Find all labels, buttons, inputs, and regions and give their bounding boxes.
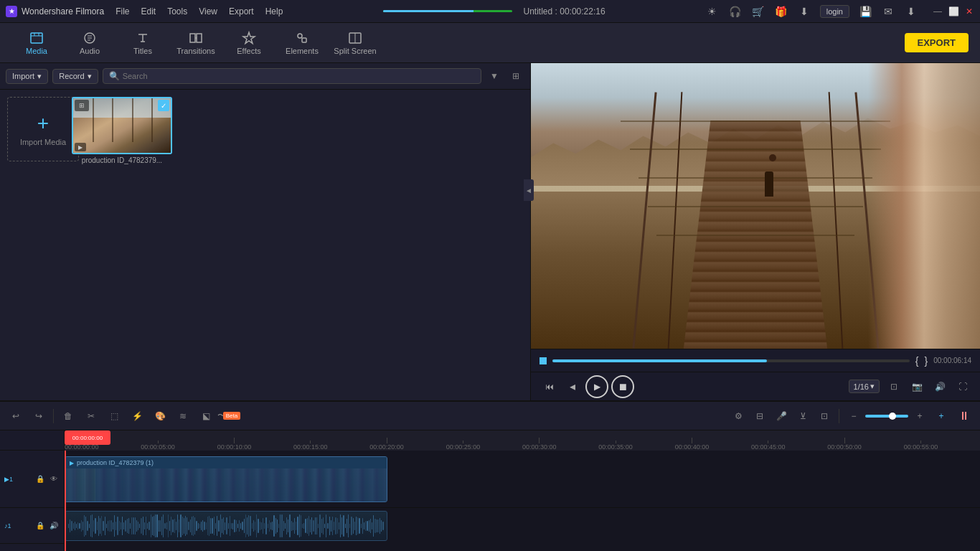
close-button[interactable]: ✕ [964, 6, 974, 17]
audio-clip[interactable] [65, 511, 387, 541]
save-icon[interactable]: 💾 [858, 4, 872, 19]
waveform-bar [89, 524, 90, 527]
message-icon[interactable]: ✉ [881, 4, 895, 19]
expand-preview-icon[interactable]: ⛶ [954, 378, 971, 395]
collapse-arrow[interactable]: ◄ [524, 179, 534, 201]
menu-view[interactable]: View [199, 6, 217, 17]
search-input[interactable] [123, 72, 475, 80]
import-media-button[interactable]: + Import Media [7, 97, 79, 161]
waveform-bar [226, 517, 227, 534]
audio-duck-icon[interactable]: ⊻ [794, 408, 811, 425]
waveform-bar [324, 524, 325, 528]
progress-fill [552, 359, 767, 362]
toolbar-titles[interactable]: Titles [118, 26, 168, 60]
add-track-button[interactable]: + [933, 408, 950, 425]
timeline-scrubber[interactable] [552, 359, 910, 362]
waveform-bar [159, 520, 159, 532]
track-lock-icon[interactable]: 🔒 [34, 474, 46, 485]
waveform-bar [130, 523, 131, 529]
audio-track-eye-icon[interactable]: 🔊 [48, 520, 60, 532]
waveform-bar [236, 520, 237, 531]
timeline-right-controls: ⚙ ⊟ 🎤 ⊻ ⊡ − + + ⏸ [730, 406, 974, 426]
transform-button[interactable]: ⬕ [196, 406, 216, 426]
menu-file[interactable]: File [116, 6, 129, 17]
zoom-slider[interactable] [865, 415, 908, 418]
step-back-button[interactable]: ⏮ [540, 377, 560, 397]
download-icon[interactable]: ⬇ [797, 4, 811, 19]
frame-back-button[interactable]: ◂ [562, 377, 583, 397]
maximize-button[interactable]: ⬜ [948, 6, 958, 17]
filter-icon[interactable]: ▼ [486, 67, 503, 85]
cut-button[interactable]: ✂ [81, 406, 101, 426]
delete-button[interactable]: 🗑 [58, 406, 78, 426]
redo-button[interactable]: ↪ [29, 406, 49, 426]
toolbar-split-screen[interactable]: Split Screen [330, 26, 380, 60]
login-button[interactable]: login [820, 5, 849, 18]
toolbar-audio[interactable]: Audio [65, 26, 115, 60]
waveform-bar [106, 524, 107, 528]
progress-handle[interactable] [540, 357, 547, 364]
ruler-mark: 00:00:20:00 [369, 438, 404, 451]
record-dropdown[interactable]: Record ▾ [52, 69, 98, 84]
fullscreen-preview-icon[interactable]: ⊡ [885, 378, 903, 395]
toolbar-transitions[interactable]: Transitions [171, 26, 221, 60]
snap-settings-icon[interactable]: ⚙ [730, 408, 747, 425]
snap-icon[interactable]: ⊟ [751, 408, 768, 425]
headphone-icon[interactable]: 🎧 [728, 4, 743, 19]
cart-icon[interactable]: 🛒 [751, 4, 765, 19]
waveform-bar [335, 517, 336, 534]
track-eye-icon[interactable]: 👁 [48, 474, 60, 485]
color-button[interactable]: 🎨 [150, 406, 170, 426]
mic-icon[interactable]: 🎤 [773, 408, 790, 425]
menu-edit[interactable]: Edit [141, 6, 156, 17]
stop-button[interactable]: ⏹ [611, 375, 634, 398]
minimize-button[interactable]: — [933, 6, 943, 17]
waveform-bar [264, 523, 265, 529]
grid-view-icon[interactable]: ⊞ [507, 67, 524, 85]
speed-button[interactable]: ⚡ [127, 406, 147, 426]
waveform-bar [329, 517, 330, 534]
toolbar-elements[interactable]: Elements [277, 26, 327, 60]
import-dropdown[interactable]: Import ▾ [6, 69, 48, 84]
waveform-bar [220, 514, 221, 537]
quality-selector[interactable]: 1/16 ▾ [849, 380, 880, 393]
waveform-bar [151, 514, 151, 537]
waveform-bar [316, 517, 317, 535]
download2-icon[interactable]: ⬇ [904, 4, 918, 19]
screenshot-icon[interactable]: 📷 [908, 378, 925, 395]
menu-help[interactable]: Help [265, 6, 283, 17]
menu-export[interactable]: Export [229, 6, 254, 17]
undo-button[interactable]: ↩ [6, 406, 26, 426]
video-clip[interactable]: ▶ production ID_4782379 (1) [65, 456, 387, 502]
ai-tools-button[interactable]: 〜 Beta [219, 406, 239, 426]
menu-tools[interactable]: Tools [167, 6, 187, 17]
svg-rect-0 [31, 33, 42, 43]
waveform-bar [75, 522, 75, 531]
pause-timeline-button[interactable]: ⏸ [954, 406, 974, 426]
waveform-bar [364, 522, 364, 529]
waveform-bar [247, 517, 248, 534]
gift-icon[interactable]: 🎁 [774, 4, 788, 19]
toolbar-effects[interactable]: Effects [224, 26, 274, 60]
export-button[interactable]: EXPORT [905, 33, 969, 52]
waveform-bar [253, 520, 254, 532]
clip-name: production ID_4782379 (1) [77, 459, 154, 466]
waveform-bar [127, 519, 128, 533]
audio-eq-button[interactable]: ≋ [173, 406, 193, 426]
out-point-marker[interactable]: } [924, 355, 928, 367]
crop-button[interactable]: ⬚ [104, 406, 124, 426]
timeline-ruler[interactable]: 00:00:00:00 // Will be generated by JS 0… [65, 430, 980, 451]
waveform-bar [285, 523, 286, 529]
sun-icon[interactable]: ☀ [705, 4, 720, 19]
toolbar-media[interactable]: Media [11, 26, 62, 60]
waveform-bar [382, 522, 383, 529]
play-button[interactable]: ▶ [585, 375, 608, 398]
media-item[interactable]: ⊞ ✓ ▶ production ID_4782379... [86, 97, 158, 164]
zoom-in-button[interactable]: + [911, 408, 928, 425]
media-thumbnail[interactable]: ⊞ ✓ ▶ [72, 97, 172, 154]
in-point-marker[interactable]: { [915, 355, 919, 367]
audio-track-lock-icon[interactable]: 🔒 [34, 520, 46, 532]
pip-icon[interactable]: ⊡ [816, 408, 833, 425]
zoom-out-button[interactable]: − [845, 408, 862, 425]
volume-preview-icon[interactable]: 🔊 [931, 378, 948, 395]
